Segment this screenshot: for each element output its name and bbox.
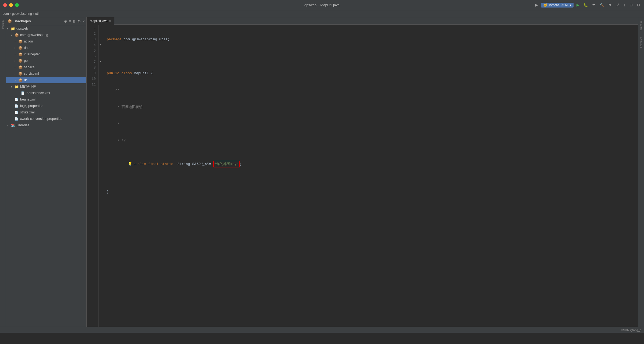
tree-item-com-gpswebspring[interactable]: ▾ 📦 com.gpswebspring (6, 32, 86, 38)
chevron-right-icon: › (15, 53, 18, 56)
window-btn[interactable]: ⊞ (628, 2, 634, 8)
xml-file-icon: 📄 (15, 98, 19, 101)
breadcrumb-com[interactable]: com (3, 12, 9, 16)
code-editor[interactable]: package com.gpswebspring.util; public cl… (102, 25, 638, 327)
traffic-lights (3, 3, 19, 7)
minimize-button[interactable] (9, 3, 13, 7)
tomcat-button[interactable]: 🐱 Tomcat 8.5.61 ▾ (541, 3, 573, 8)
editor-area[interactable]: 1 2 3 4 5 6 7 8 9 10 11 ▾ ▾ (87, 25, 638, 327)
sync-btn[interactable]: ↻ (607, 2, 613, 8)
chevron-down-icon: ▾ (11, 85, 15, 88)
tree-label-meta-inf: META-INF (20, 85, 36, 88)
right-panel-strip: Structure Favorites (638, 17, 644, 327)
chevron-right-icon: › (7, 124, 11, 127)
package-icon: 📦 (18, 59, 23, 63)
tree-item-xwork[interactable]: › 📄 xwork-conversion.properties (6, 116, 86, 122)
toolbar-right: ▶ 🐱 Tomcat 8.5.61 ▾ ▶ 🐛 ☂ 🔨 ↻ ⎇ ↓ ⊞ ⊡ (534, 2, 641, 8)
chevron-right-icon: › (15, 46, 18, 49)
tree-label-util: util (24, 78, 28, 82)
breadcrumb: com › gpswebspring › util (0, 10, 644, 17)
prop-file-icon: 📄 (15, 104, 19, 108)
debug-btn[interactable]: 🐛 (582, 2, 589, 8)
tree-item-gpsweb[interactable]: ▾ 📁 gpsweb (6, 25, 86, 32)
tree-collapse-btn[interactable]: ≡ (69, 19, 71, 23)
tree-label-service: service (24, 65, 35, 69)
code-line-8: 💡public final static String BAIDU_AK= "你… (107, 155, 638, 161)
close-button[interactable] (3, 3, 7, 7)
titlebar: gpsweb – MapUtil.java ▶ 🐱 Tomcat 8.5.61 … (0, 0, 644, 10)
tree-label-serviceiml: serviceiml (24, 72, 39, 76)
tree-item-libraries[interactable]: › 📚 Libraries (6, 122, 86, 128)
chevron-down-icon: ▾ (15, 79, 18, 82)
tree-label-struts-xml: struts.xml (20, 110, 34, 114)
tree-item-serviceiml[interactable]: › 📦 serviceiml (6, 70, 86, 77)
bottom-info: CSDN @ang_a (621, 328, 641, 332)
tree-sort-btn[interactable]: ⇅ (73, 19, 76, 23)
tree-item-service[interactable]: › 📦 service (6, 64, 86, 70)
chevron-down-icon: ▾ (11, 34, 15, 37)
package-icon: 📦 (15, 33, 19, 37)
tree-item-dao[interactable]: › 📦 dao (6, 45, 86, 51)
code-line-11 (107, 206, 638, 212)
tab-close-btn[interactable]: × (109, 19, 111, 23)
left-panel-strip: Project (0, 17, 6, 327)
tree-expand-btn[interactable]: ⊕ (64, 19, 67, 23)
breadcrumb-gpswebspring[interactable]: gpswebspring (12, 12, 32, 16)
tree-item-action[interactable]: › 📦 action (6, 38, 86, 45)
tree-label-intercepter: intercepter (24, 52, 40, 56)
chevron-down-icon: ▾ (7, 27, 11, 30)
xml-file-icon: 📄 (15, 111, 19, 114)
project-panel-label[interactable]: Project (1, 18, 5, 31)
chevron-right-icon: › (15, 40, 18, 43)
file-tree: 📦 Packages ⊕ ≡ ⇅ ⚙ × ▾ 📁 gpsweb ▾ 📦 com.… (6, 17, 87, 327)
tree-label-gpsweb: gpsweb (16, 27, 28, 30)
tree-toolbar: 📦 Packages ⊕ ≡ ⇅ ⚙ × (6, 17, 86, 25)
chevron-right-icon: › (15, 72, 18, 75)
tree-close-btn[interactable]: × (83, 19, 85, 23)
run-config-btn[interactable]: ▶ (534, 2, 539, 8)
tree-label-po: po (24, 59, 28, 63)
tree-item-po[interactable]: › 📦 po (6, 58, 86, 64)
main-layout: Project 📦 Packages ⊕ ≡ ⇅ ⚙ × ▾ 📁 gpsweb … (0, 17, 644, 327)
package-icon: 📦 (18, 65, 23, 69)
packages-label: Packages (15, 19, 62, 23)
tree-label-persistence-xml: persistence.xml (27, 91, 50, 95)
package-icon: 📦 (18, 72, 23, 76)
vcs-btn[interactable]: ⎇ (614, 2, 621, 8)
folder-icon: 📁 (11, 27, 16, 31)
code-line-10: } (107, 189, 638, 195)
code-line-5: * 百度地图秘钥 (107, 104, 638, 110)
code-line-6: * (107, 121, 638, 127)
tree-item-intercepter[interactable]: › 📦 intercepter (6, 51, 86, 58)
tab-label: MapUtil.java (90, 19, 108, 23)
maximize-button[interactable] (15, 3, 19, 7)
tree-item-persistence-xml[interactable]: › 📄 persistence.xml (6, 90, 86, 96)
tree-label-xwork: xwork-conversion.properties (20, 117, 62, 121)
prop-file-icon: 📄 (15, 117, 19, 121)
update-btn[interactable]: ↓ (622, 2, 627, 8)
fold-gutter: ▾ ▾ (99, 25, 102, 327)
build-btn[interactable]: 🔨 (598, 2, 605, 8)
structure-panel-label[interactable]: Structure (639, 18, 643, 34)
tree-label-log4j: log4j.properties (20, 104, 43, 108)
tree-settings-btn[interactable]: ⚙ (77, 19, 81, 23)
breadcrumb-util[interactable]: util (35, 12, 39, 16)
tree-item-util[interactable]: ▾ 📦 util (6, 77, 86, 83)
package-icon: 📦 (18, 40, 23, 44)
tree-label-beans-xml: beans.xml (20, 98, 35, 101)
run-btn[interactable]: ▶ (575, 2, 581, 8)
coverage-btn[interactable]: ☂ (591, 2, 597, 8)
tree-label-com-gpswebspring: com.gpswebspring (20, 33, 48, 37)
code-line-4: /* (107, 87, 638, 93)
tree-item-struts-xml[interactable]: › 📄 struts.xml (6, 109, 86, 116)
line-numbers: 1 2 3 4 5 6 7 8 9 10 11 (87, 25, 99, 327)
tree-item-meta-inf[interactable]: ▾ 📁 META-INF (6, 83, 86, 90)
tree-item-beans-xml[interactable]: › 📄 beans.xml (6, 96, 86, 103)
favorites-panel-label[interactable]: Favorites (639, 35, 643, 50)
layout-btn[interactable]: ⊡ (636, 2, 641, 8)
tab-maputil-java[interactable]: MapUtil.java × (87, 17, 114, 25)
bottom-bar: CSDN @ang_a (0, 327, 644, 333)
package-icon: 📦 (18, 52, 23, 56)
code-line-3: public class MapUtil { (107, 70, 638, 76)
tree-item-log4j[interactable]: › 📄 log4j.properties (6, 103, 86, 109)
